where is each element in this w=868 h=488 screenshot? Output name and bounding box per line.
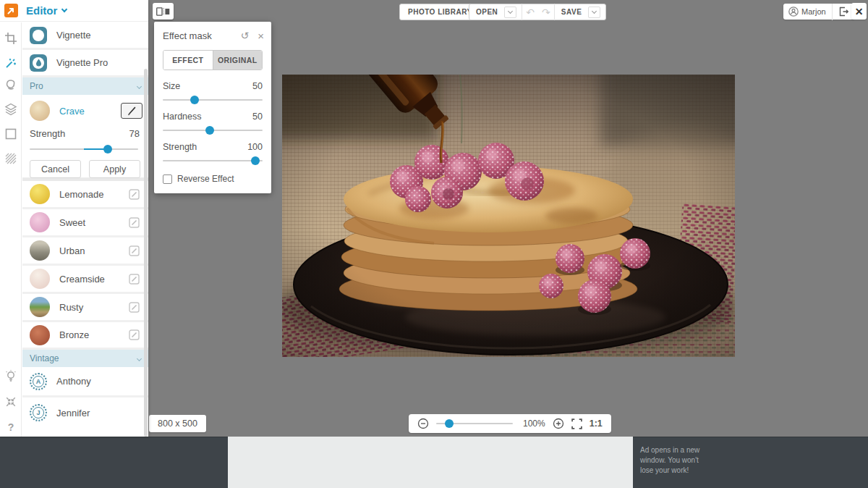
effect-label: Sweet [59,217,129,228]
sidebar-item-vignette[interactable]: Vignette [22,22,148,50]
close-icon[interactable]: × [258,30,264,41]
divider [832,4,833,20]
save-button[interactable]: SAVE [555,8,589,16]
mask-view-tabs: EFFECT ORIGINAL [163,50,263,70]
sidebar-item-anthony[interactable]: A Anthony [22,367,148,397]
section-header-pro[interactable]: Pro [22,77,148,95]
open-button[interactable]: OPEN [469,8,504,16]
effect-thumbnail[interactable] [30,101,50,121]
chevron-down-icon [137,356,142,361]
effect-thumbnail [30,184,50,204]
mask-strength-slider[interactable] [163,160,263,161]
textures-tool-icon[interactable] [0,148,22,169]
adjust-icon[interactable] [129,189,140,200]
size-value: 50 [252,81,263,91]
sidebar-scrollbar[interactable] [144,69,148,437]
sidebar-item-rusty[interactable]: Rusty [22,294,148,322]
section-label: Pro [30,81,43,91]
help-icon[interactable]: ? [0,417,22,437]
crop-tool-icon[interactable] [0,28,22,49]
fit-screen-icon[interactable] [571,418,582,429]
zoom-slider[interactable] [436,423,513,424]
sidebar-item-sweet[interactable]: Sweet [22,209,148,237]
strength-label: Strength [30,128,65,139]
close-editor-button[interactable]: ✕ [851,3,867,20]
app-logo-icon[interactable] [4,4,18,17]
left-panel: Editor ? [0,0,148,437]
effect-label: Bronze [59,329,129,340]
effect-label: Lemonade [59,189,129,200]
ad-strip: Ad opens in a new window. You won't lose… [0,437,868,488]
panel-title: Effect mask [163,30,241,41]
layers-tool-icon[interactable] [0,99,22,119]
slider-handle[interactable] [103,145,112,153]
slider-handle[interactable] [190,96,199,104]
sidebar-item-bronze[interactable]: Bronze [22,322,148,350]
slider-handle[interactable] [205,126,214,135]
ad-note: Ad opens in a new window. You won't lose… [640,445,712,476]
open-dropdown-button[interactable] [504,7,516,18]
adjust-icon[interactable] [129,329,140,340]
apply-button[interactable]: Apply [89,160,140,178]
tool-rail: ? [0,22,22,437]
checkbox[interactable] [163,174,172,184]
zoom-out-icon[interactable] [417,418,429,429]
zoom-in-icon[interactable] [553,418,564,429]
open-save-toolbar: OPEN ↶ ↷ SAVE [469,4,606,20]
section-label: Vintage [30,353,59,363]
chevron-down-icon [61,6,67,12]
effects-tool-icon[interactable] [0,53,22,73]
adjust-icon[interactable] [129,217,140,228]
size-slider[interactable] [163,99,263,101]
sidebar-item-lemonade[interactable]: Lemonade [22,181,148,209]
section-header-vintage[interactable]: Vintage [22,350,148,367]
editor-menu[interactable]: Editor [26,4,67,17]
effect-brush-button[interactable] [121,103,142,119]
fullscreen-icon[interactable] [0,392,22,412]
save-dropdown-button[interactable] [588,7,600,18]
ad-placeholder[interactable] [228,437,633,488]
vignette-icon [30,27,47,44]
effect-label: Anthony [56,376,148,387]
image-size-badge: 800 x 500 [149,415,206,432]
effect-label: Creamside [59,274,129,285]
logout-icon[interactable] [838,7,848,17]
reset-icon[interactable]: ↺ [241,30,250,41]
chevron-down-icon [592,9,597,14]
tab-original[interactable]: ORIGINAL [213,51,263,70]
redo-icon[interactable]: ↷ [538,7,554,17]
adjust-icon[interactable] [129,274,140,285]
vignette-pro-icon [30,54,47,72]
adjust-icon[interactable] [129,302,140,313]
chevron-down-icon [508,9,513,14]
mask-strength-label: Strength [163,142,197,152]
slider-handle[interactable] [251,156,260,165]
effect-thumbnail [30,325,50,345]
sidebar-item-urban[interactable]: Urban [22,237,148,266]
tips-icon[interactable] [0,366,22,387]
sidebar-item-vignette-pro[interactable]: Vignette Pro [22,50,148,77]
tab-effect[interactable]: EFFECT [163,51,213,70]
reverse-effect-checkbox-row[interactable]: Reverse Effect [163,174,263,184]
slider-handle[interactable] [445,419,454,428]
user-button[interactable]: Marjon [799,7,832,16]
checkbox-label: Reverse Effect [177,174,234,184]
cancel-button[interactable]: Cancel [30,160,81,178]
effect-label: Vignette Pro [56,57,148,68]
hardness-slider[interactable] [163,130,263,131]
effect-label: Urban [59,245,129,256]
effects-sidebar: Vignette Vignette Pro Pro Crave Strength… [22,22,148,437]
canvas-image[interactable] [282,75,735,357]
sidebar-item-jennifer[interactable]: J Jennifer [22,397,148,428]
frames-tool-icon[interactable] [0,124,22,144]
effect-mask-toggle-button[interactable] [153,3,174,20]
portrait-tool-icon[interactable] [0,75,22,95]
actual-size-button[interactable]: 1:1 [590,418,603,429]
sidebar-item-creamside[interactable]: Creamside [22,266,148,294]
effect-label: Jennifer [56,408,148,418]
strength-slider[interactable] [30,148,138,150]
editor-title: Editor [26,4,57,17]
adjust-icon[interactable] [129,245,140,256]
active-effect-panel: Crave Strength 78 Cancel Apply [22,95,148,178]
undo-icon[interactable]: ↶ [522,7,538,17]
